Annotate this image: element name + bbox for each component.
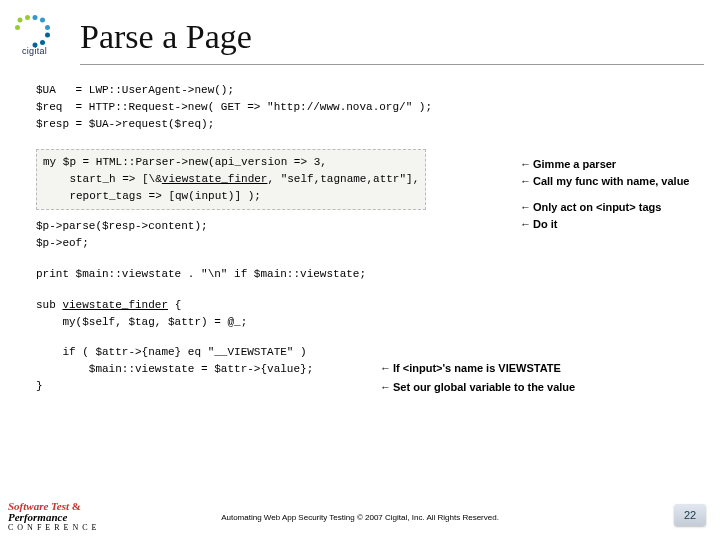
viewstate-finder-def: viewstate_finder <box>62 299 168 311</box>
code-area: $UA = LWP::UserAgent->new(); $req = HTTP… <box>36 82 710 395</box>
arrow-left-icon: ← <box>520 201 533 213</box>
svg-point-1 <box>25 15 30 20</box>
arrow-left-icon: ← <box>520 218 533 230</box>
code-sub-assign: $main::viewstate = $attr->{value}; <box>36 361 710 378</box>
code-sub-open: sub viewstate_finder { <box>36 297 710 314</box>
copyright-text: Automating Web App Security Testing © 20… <box>0 513 720 522</box>
arrow-left-icon: ← <box>380 381 393 393</box>
annotation-if-viewstate: ←If <input>'s name is VIEWSTATE <box>380 362 561 374</box>
code-parser-l1: my $p = HTML::Parser->new(api_version =>… <box>43 154 419 171</box>
arrow-left-icon: ← <box>380 362 393 374</box>
svg-point-5 <box>45 33 50 38</box>
svg-point-4 <box>45 25 50 30</box>
svg-point-8 <box>15 25 20 30</box>
annotation-set-global: ←Set our global variable to the value <box>380 381 575 393</box>
arrow-left-icon: ← <box>520 158 533 170</box>
arrow-left-icon: ← <box>520 175 533 187</box>
slide-footer: Software Test & Performance CONFERENCE A… <box>0 486 720 534</box>
svg-point-0 <box>18 18 23 23</box>
page-number: 22 <box>674 504 706 526</box>
code-parser-l2: start_h => [\&viewstate_finder, "self,ta… <box>43 171 419 188</box>
annotation-call-func: ←Call my func with name, value <box>520 175 690 187</box>
svg-point-2 <box>33 15 38 20</box>
svg-point-6 <box>40 40 45 45</box>
annotation-do-it: ←Do it <box>520 218 557 230</box>
title-underline <box>80 64 704 65</box>
code-sub-my: my($self, $tag, $attr) = @_; <box>36 314 710 331</box>
annotation-input-tags: ←Only act on <input> tags <box>520 201 661 213</box>
code-sub-if: if ( $attr->{name} eq "__VIEWSTATE" ) <box>36 344 710 361</box>
code-setup: $UA = LWP::UserAgent->new(); $req = HTTP… <box>36 82 710 133</box>
code-print: print $main::viewstate . "\n" if $main::… <box>36 266 710 283</box>
annotation-gimme-parser: ←Gimme a parser <box>520 158 616 170</box>
slide-title: Parse a Page <box>80 18 252 56</box>
logo-caption: cigital <box>22 46 47 56</box>
svg-point-3 <box>40 18 45 23</box>
cigital-logo: cigital <box>10 10 60 60</box>
viewstate-finder-ref: viewstate_finder <box>162 173 268 185</box>
code-parser-block: my $p = HTML::Parser->new(api_version =>… <box>36 149 426 210</box>
code-parser-l4: $p->parse($resp->content); $p->eof; <box>36 218 710 252</box>
code-sub-close: } <box>36 378 710 395</box>
code-parser-l3: report_tags => [qw(input)] ); <box>43 188 419 205</box>
